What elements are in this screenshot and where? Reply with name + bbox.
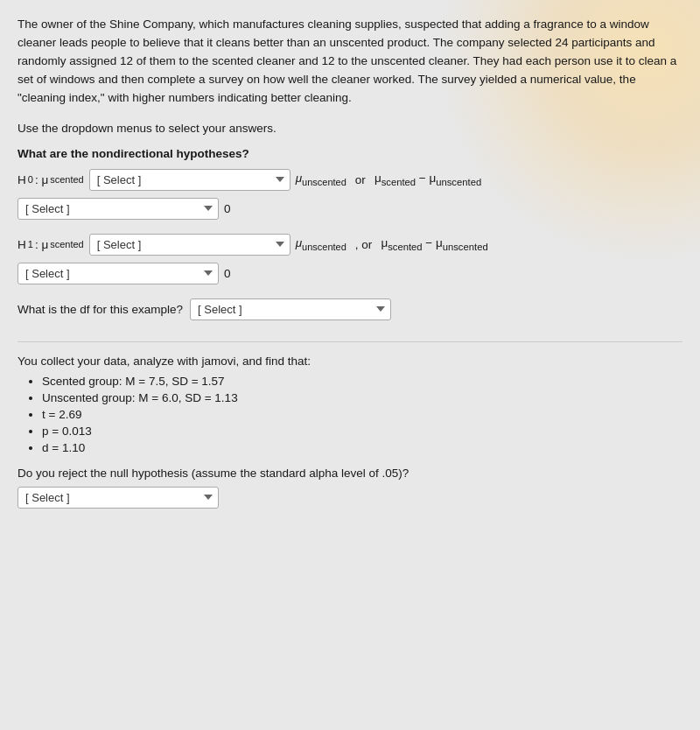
df-question-label: What is the df for this example? (18, 303, 183, 316)
hypotheses-question: What are the nondirectional hypotheses? (18, 147, 682, 160)
h1-mu-unscented: μunscented (296, 236, 346, 252)
h0-equation: μscented − μunscented (374, 172, 481, 187)
reject-row: [ Select ] Yes No (18, 487, 682, 509)
h0-second-dropdown[interactable]: [ Select ] = ≠ < > (18, 198, 219, 220)
h0-main-dropdown[interactable]: [ Select ] = ≠ < > (89, 169, 290, 191)
main-container: The owner of the Shine Company, which ma… (0, 0, 700, 545)
instruction-text: Use the dropdown menus to select your an… (18, 122, 682, 135)
result-item-3: t = 2.69 (42, 408, 682, 421)
h1-second-row: [ Select ] = ≠ < > 0 (18, 263, 682, 284)
h1-main-dropdown[interactable]: [ Select ] = ≠ < > (89, 234, 290, 256)
data-section: You collect your data, analyze with jamo… (18, 354, 682, 454)
h1-or-text: , or (352, 238, 376, 251)
h1-zero: 0 (224, 267, 231, 280)
h0-zero: 0 (224, 202, 231, 215)
section-divider (18, 341, 682, 342)
df-row: What is the df for this example? [ Selec… (18, 298, 682, 320)
h1-row: H1: μscented [ Select ] = ≠ < > μunscent… (18, 234, 682, 256)
intro-paragraph: The owner of the Shine Company, which ma… (18, 16, 682, 108)
h0-or-text: or (352, 173, 369, 186)
result-item-1: Scented group: M = 7.5, SD = 1.57 (42, 375, 682, 388)
h0-label: H0: μscented (18, 173, 84, 186)
h1-second-dropdown[interactable]: [ Select ] = ≠ < > (18, 263, 219, 284)
h0-second-row: [ Select ] = ≠ < > 0 (18, 198, 682, 220)
results-list: Scented group: M = 7.5, SD = 1.57 Unscen… (18, 375, 682, 454)
reject-question-text: Do you reject the null hypothesis (assum… (18, 467, 682, 480)
data-intro-text: You collect your data, analyze with jamo… (18, 354, 682, 368)
result-item-4: p = 0.013 (42, 425, 682, 438)
result-item-5: d = 1.10 (42, 441, 682, 454)
df-dropdown[interactable]: [ Select ] 22 23 11 12 (190, 298, 391, 320)
reject-dropdown[interactable]: [ Select ] Yes No (18, 487, 219, 509)
h1-equation: μscented − μunscented (381, 236, 487, 252)
h0-mu-unscented: μunscented (296, 172, 346, 187)
h1-label: H1: μscented (18, 238, 84, 251)
h0-row: H0: μscented [ Select ] = ≠ < > μunscent… (18, 169, 682, 191)
result-item-2: Unscented group: M = 6.0, SD = 1.13 (42, 391, 682, 404)
